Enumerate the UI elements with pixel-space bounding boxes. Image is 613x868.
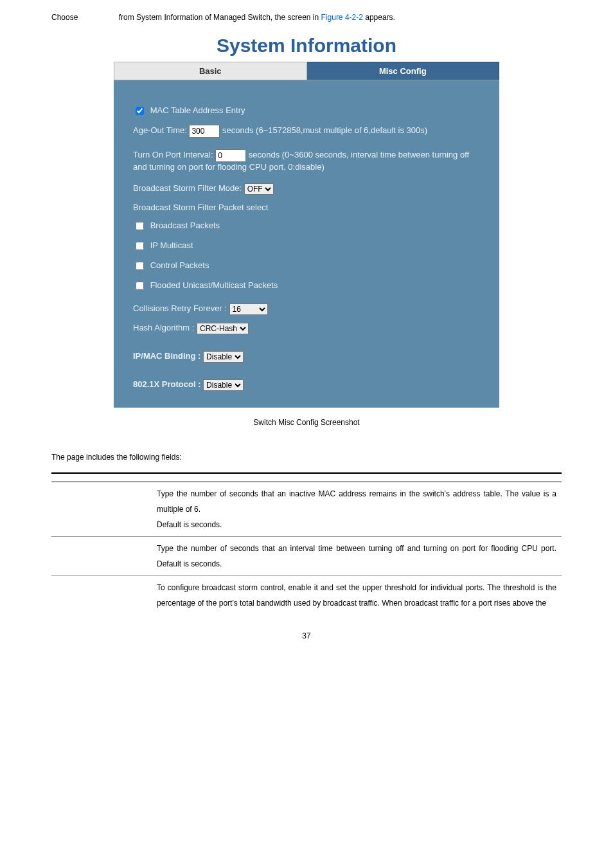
storm-mode-label: Broadcast Storm Filter Mode: xyxy=(133,183,242,193)
control-packets-checkbox[interactable] xyxy=(136,262,144,270)
table-row: Type the number of seconds that an inter… xyxy=(51,537,562,576)
collisions-row: Collisions Retry Forever : 16 xyxy=(133,303,480,315)
dot1x-label: 802.1X Protocol : xyxy=(133,379,200,389)
ip-multicast-checkbox[interactable] xyxy=(136,242,144,250)
top-desc-before: from System Information of Managed Switc… xyxy=(119,13,321,22)
top-desc: from System Information of Managed Switc… xyxy=(119,13,395,22)
ipmac-select[interactable]: Disable xyxy=(203,351,244,363)
mac-entry-label: MAC Table Address Entry xyxy=(150,105,245,115)
ip-multicast-row: IP Multicast xyxy=(133,240,480,252)
fields-intro: The page includes the following fields: xyxy=(51,453,562,462)
fields-table: Type the number of seconds that an inact… xyxy=(51,472,562,615)
system-info-panel: System Information Basic Misc Config MAC… xyxy=(114,28,499,408)
ip-multicast-label: IP Multicast xyxy=(150,240,193,250)
obj-cell xyxy=(51,537,152,576)
turn-on-row: Turn On Port Interval: seconds (0~3600 s… xyxy=(133,149,480,172)
broadcast-packets-checkbox[interactable] xyxy=(136,222,144,230)
obj-cell xyxy=(51,576,152,615)
hash-row: Hash Algorithm : CRC-Hash xyxy=(133,323,480,334)
storm-mode-row: Broadcast Storm Filter Mode: OFF xyxy=(133,183,480,195)
age-out-label: Age-Out Time: xyxy=(133,125,187,135)
broadcast-packets-label: Broadcast Packets xyxy=(150,221,220,230)
collisions-select[interactable]: 16 xyxy=(229,303,268,315)
turn-on-input[interactable] xyxy=(215,149,246,162)
control-packets-row: Control Packets xyxy=(133,260,480,272)
obj-cell xyxy=(51,482,152,537)
flooded-packets-label: Flooded Unicast/Multicast Packets xyxy=(150,280,278,290)
table-row: Type the number of seconds that an inact… xyxy=(51,482,562,537)
collisions-label: Collisions Retry Forever : xyxy=(133,303,227,313)
turn-on-label: Turn On Port Interval: xyxy=(133,150,213,159)
table-row: To configure broadcast storm control, en… xyxy=(51,576,562,615)
age-out-input[interactable] xyxy=(189,125,220,138)
mac-entry-checkbox[interactable] xyxy=(136,107,144,115)
top-desc-after: appears. xyxy=(363,13,395,22)
broadcast-packets-row: Broadcast Packets xyxy=(133,220,480,232)
storm-mode-select[interactable]: OFF xyxy=(244,183,274,195)
tab-basic[interactable]: Basic xyxy=(114,62,307,80)
figure-link[interactable]: Figure 4-2-2 xyxy=(321,13,363,22)
mac-entry-row: MAC Table Address Entry xyxy=(133,105,480,117)
flooded-packets-checkbox[interactable] xyxy=(136,282,144,290)
ipmac-label: IP/MAC Binding : xyxy=(133,351,200,361)
panel-title: System Information xyxy=(114,28,499,62)
page-number: 37 xyxy=(51,631,562,640)
dot1x-row: 802.1X Protocol : Disable xyxy=(133,379,480,391)
hash-select[interactable]: CRC-Hash xyxy=(197,323,249,334)
desc-cell: To configure broadcast storm control, en… xyxy=(152,576,562,615)
choose-label: Choose xyxy=(51,13,78,22)
age-out-row: Age-Out Time: seconds (6~1572858,must mu… xyxy=(133,125,480,138)
tabs: Basic Misc Config xyxy=(114,62,499,80)
dot1x-select[interactable]: Disable xyxy=(203,379,244,391)
age-out-suffix: seconds (6~1572858,must multiple of 6,de… xyxy=(222,125,427,135)
tab-misc[interactable]: Misc Config xyxy=(307,62,500,80)
ipmac-row: IP/MAC Binding : Disable xyxy=(133,351,480,363)
storm-packet-select-label: Broadcast Storm Filter Packet select xyxy=(133,203,480,212)
control-packets-label: Control Packets xyxy=(150,260,209,270)
figure-caption: Switch Misc Config Screenshot xyxy=(51,418,562,427)
desc-cell: Type the number of seconds that an inter… xyxy=(152,537,562,576)
desc-cell: Type the number of seconds that an inact… xyxy=(152,482,562,537)
hash-label: Hash Algorithm : xyxy=(133,323,194,332)
flooded-packets-row: Flooded Unicast/Multicast Packets xyxy=(133,280,480,292)
